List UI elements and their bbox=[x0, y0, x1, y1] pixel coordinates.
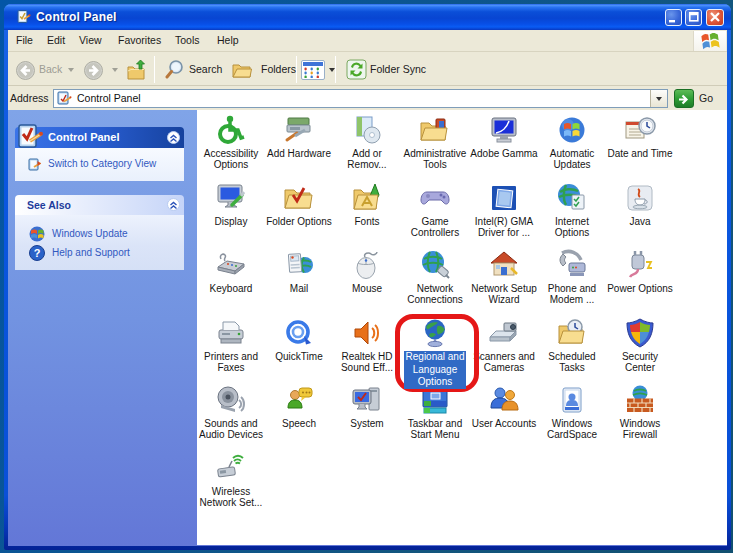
svg-text:?: ? bbox=[34, 247, 41, 259]
